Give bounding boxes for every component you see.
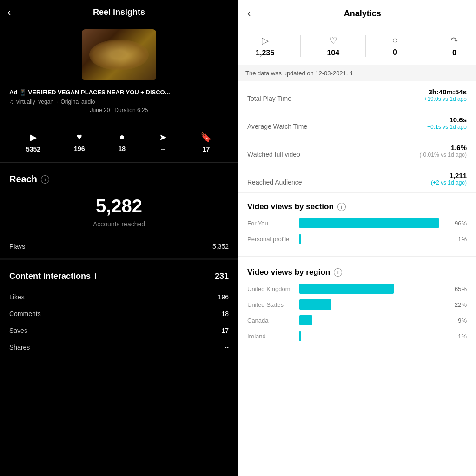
likes-value: 196 <box>218 293 229 301</box>
analytics-plays: ▷ 1,235 <box>256 35 274 57</box>
reel-username: virtually_vegan <box>16 99 53 105</box>
analytics-shares-value: 0 <box>452 49 456 57</box>
united-kingdom-bar-fill <box>299 284 394 294</box>
united-states-bar-fill <box>299 299 331 310</box>
reached-audience-change: (+2 vs 1d ago) <box>431 179 467 186</box>
canada-bar-fill <box>299 315 312 325</box>
interactions-section: Content interactions i 231 Likes 196 Com… <box>0 258 238 367</box>
left-back-button[interactable]: ‹ <box>7 7 11 19</box>
views-by-region-section: Video views by region i United Kingdom 6… <box>238 258 476 365</box>
united-kingdom-bar-container <box>299 284 444 294</box>
saves-value: 17 <box>221 327 229 334</box>
stat-saves: 🔖 17 <box>200 132 212 153</box>
united-states-label: United States <box>247 301 294 308</box>
left-header: ‹ Reel insights <box>0 0 238 25</box>
total-play-time-main: 3h:40m:54s <box>424 88 467 96</box>
interaction-shares: Shares -- <box>9 339 229 356</box>
reel-info: Ad 📱 VERIFIED VEGAN PLACES NEAR YOU + DI… <box>0 85 238 117</box>
united-kingdom-pct: 65% <box>450 285 467 292</box>
reach-section: Reach i 5,282 Accounts reached Plays 5,3… <box>0 163 238 258</box>
comments-label: Comments <box>9 310 41 317</box>
analytics-comment-icon: ○ <box>392 35 397 46</box>
ireland-bar-fill <box>299 331 301 341</box>
views-by-region-text: Video views by region <box>247 268 330 277</box>
play-icon: ▶ <box>30 132 37 143</box>
bar-ireland: Ireland 1% <box>247 331 467 341</box>
stat-saves-value: 17 <box>203 145 210 153</box>
reached-audience-main: 1,211 <box>431 172 467 179</box>
data-updated-banner: The data was updated on 12-03-2021. ℹ <box>238 65 476 81</box>
interactions-total: 231 <box>215 271 229 281</box>
avg-watch-time-change: +0.1s vs 1d ago <box>427 124 467 130</box>
ireland-pct: 1% <box>450 333 467 340</box>
reel-dot: · <box>56 99 58 105</box>
reel-image <box>82 29 156 80</box>
share-icon: ➤ <box>159 132 167 143</box>
left-panel: ‹ Reel insights Ad 📱 VERIFIED VEGAN PLAC… <box>0 0 238 476</box>
metric-avg-watch-time: Average Watch Time 10.6s +0.1s vs 1d ago <box>238 109 476 137</box>
for-you-bar-container <box>299 218 444 228</box>
watched-full-main: 1.6% <box>420 144 467 152</box>
stat-plays-value: 5352 <box>26 145 40 153</box>
interaction-likes: Likes 196 <box>9 289 229 305</box>
metric-total-play-time: Total Play Time 3h:40m:54s +19.0s vs 1d … <box>238 81 476 109</box>
shares-value: -- <box>225 344 229 351</box>
total-play-time-change: +19.0s vs 1d ago <box>424 96 467 102</box>
views-by-region-title: Video views by region i <box>238 258 476 284</box>
watched-full-label: Watched full video <box>247 151 300 158</box>
reel-audio: Original audio <box>60 99 95 105</box>
analytics-heart-icon: ♡ <box>329 35 337 46</box>
interactions-header: Content interactions i 231 <box>9 271 229 281</box>
metric-reached-audience: Reached Audience 1,211 (+2 vs 1d ago) <box>238 165 476 193</box>
analytics-top-stats: ▷ 1,235 ♡ 104 ○ 0 ↷ 0 <box>238 27 476 65</box>
reel-thumbnail <box>0 25 238 85</box>
left-title: Reel insights <box>9 7 229 17</box>
for-you-bar-fill <box>299 218 439 228</box>
audio-icon: ♫ <box>9 99 13 105</box>
reel-meta: ♫ virtually_vegan · Original audio <box>9 99 229 105</box>
stat-shares: ➤ -- <box>159 132 167 153</box>
canada-bar-container <box>299 315 444 325</box>
interaction-comments: Comments 18 <box>9 305 229 322</box>
total-play-time-values: 3h:40m:54s +19.0s vs 1d ago <box>424 88 467 102</box>
comments-value: 18 <box>221 310 229 317</box>
right-title: Analytics <box>258 9 467 19</box>
stat-likes-value: 196 <box>74 145 85 152</box>
analytics-share-icon: ↷ <box>450 35 458 46</box>
views-region-info-icon[interactable]: i <box>334 268 342 277</box>
heart-icon: ♥ <box>77 132 82 142</box>
stat-comments-value: 18 <box>118 145 126 152</box>
divider-2 <box>365 35 366 57</box>
accounts-reached-label: Accounts reached <box>9 220 229 228</box>
reached-audience-label: Reached Audience <box>247 178 302 186</box>
bar-personal-profile: Personal profile 1% <box>247 234 467 244</box>
stat-likes: ♥ 196 <box>74 132 85 153</box>
shares-label: Shares <box>9 344 30 351</box>
stat-shares-value: -- <box>161 145 165 153</box>
views-by-section-title: Video views by section i <box>238 193 476 218</box>
right-panel: ‹ Analytics ▷ 1,235 ♡ 104 ○ 0 ↷ 0 The da… <box>238 0 476 476</box>
bar-united-kingdom: United Kingdom 65% <box>247 284 467 294</box>
personal-profile-bar-container <box>299 234 444 244</box>
canada-label: Canada <box>247 317 294 324</box>
united-states-bar-container <box>299 299 444 310</box>
reel-stats-row: ▶ 5352 ♥ 196 ● 18 ➤ -- 🔖 17 <box>0 122 238 163</box>
comment-icon: ● <box>119 132 125 142</box>
divider-1 <box>300 35 301 57</box>
plays-row: Plays 5,352 <box>9 237 229 250</box>
united-kingdom-label: United Kingdom <box>247 285 294 292</box>
divider-3 <box>424 35 424 57</box>
views-section-info-icon[interactable]: i <box>337 203 346 211</box>
right-back-button[interactable]: ‹ <box>247 7 251 20</box>
views-by-section-chart: For You 96% Personal profile 1% <box>238 218 476 254</box>
analytics-plays-value: 1,235 <box>256 49 274 57</box>
reach-info-icon[interactable]: i <box>41 175 49 184</box>
interactions-title: Content interactions i <box>9 271 97 281</box>
right-header: ‹ Analytics <box>238 0 476 27</box>
bar-united-states: United States 22% <box>247 299 467 310</box>
avg-watch-time-values: 10.6s +0.1s vs 1d ago <box>427 116 467 130</box>
for-you-pct: 96% <box>450 220 467 227</box>
interactions-info-icon[interactable]: i <box>94 271 97 281</box>
analytics-likes: ♡ 104 <box>327 35 339 57</box>
data-updated-info-icon[interactable]: ℹ <box>350 70 353 77</box>
